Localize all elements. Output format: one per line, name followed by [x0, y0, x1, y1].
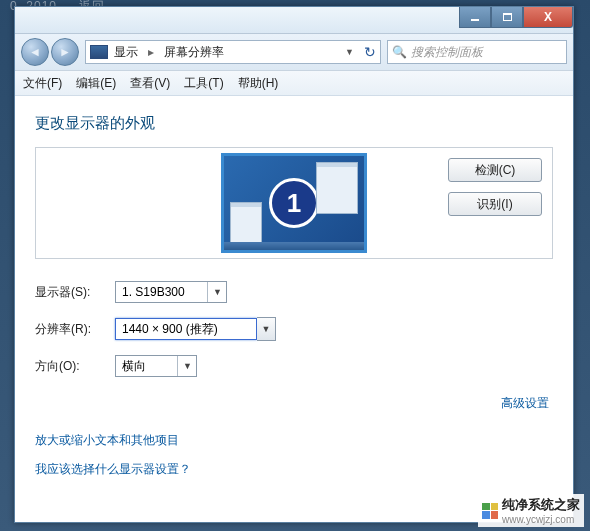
search-icon: 🔍	[392, 45, 407, 59]
content-area: 更改显示器的外观 1 检测(C) 识别(I) 显示器(S): 1. S19B30…	[15, 96, 573, 500]
breadcrumb-resolution[interactable]: 屏幕分辨率	[164, 44, 224, 61]
menu-edit[interactable]: 编辑(E)	[76, 75, 116, 92]
menu-bar: 文件(F) 编辑(E) 查看(V) 工具(T) 帮助(H)	[15, 71, 573, 96]
watermark-logo-icon	[482, 503, 498, 519]
address-box[interactable]: 显示 ▸ 屏幕分辨率 ▼ ↻	[85, 40, 381, 64]
minimize-button[interactable]	[459, 7, 491, 28]
page-title: 更改显示器的外观	[35, 114, 553, 133]
orientation-value: 横向	[122, 358, 171, 375]
monitor-preview[interactable]: 1	[221, 153, 367, 253]
menu-file[interactable]: 文件(F)	[23, 75, 62, 92]
monitor-label: 显示器(S):	[35, 284, 115, 301]
watermark-text: 纯净系统之家	[502, 496, 580, 514]
menu-tools[interactable]: 工具(T)	[184, 75, 223, 92]
address-dropdown-icon[interactable]: ▼	[345, 47, 354, 57]
advanced-settings-link[interactable]: 高级设置	[501, 396, 549, 410]
which-monitor-link[interactable]: 我应该选择什么显示器设置？	[35, 462, 191, 476]
display-preview-box: 1 检测(C) 识别(I)	[35, 147, 553, 259]
menu-view[interactable]: 查看(V)	[130, 75, 170, 92]
resolution-dropdown[interactable]: 1440 × 900 (推荐)	[115, 318, 257, 340]
search-placeholder: 搜索控制面板	[411, 44, 483, 61]
forward-button[interactable]: ►	[51, 38, 79, 66]
maximize-button[interactable]	[491, 7, 523, 28]
mini-window-icon	[230, 202, 262, 244]
watermark: 纯净系统之家 www.ycwjzj.com	[478, 494, 584, 527]
control-panel-window: X ◄ ► 显示 ▸ 屏幕分辨率 ▼ ↻ 🔍 搜索控制面板 文件(F)	[14, 6, 574, 523]
monitor-value: 1. S19B300	[122, 285, 201, 299]
identify-button[interactable]: 识别(I)	[448, 192, 542, 216]
close-button[interactable]: X	[523, 7, 573, 28]
mini-taskbar-icon	[224, 242, 364, 250]
text-size-link[interactable]: 放大或缩小文本和其他项目	[35, 433, 179, 447]
chevron-down-icon: ▼	[177, 356, 192, 376]
monitor-number-badge: 1	[269, 178, 319, 228]
orientation-label: 方向(O):	[35, 358, 115, 375]
chevron-down-icon: ▼	[262, 324, 271, 334]
search-input[interactable]: 🔍 搜索控制面板	[387, 40, 567, 64]
breadcrumb-display[interactable]: 显示	[114, 44, 138, 61]
breadcrumb-sep-icon: ▸	[148, 45, 154, 59]
back-button[interactable]: ◄	[21, 38, 49, 66]
titlebar: X	[15, 7, 573, 34]
chevron-down-icon: ▼	[207, 282, 222, 302]
mini-window-icon	[316, 162, 358, 214]
monitor-dropdown[interactable]: 1. S19B300 ▼	[115, 281, 227, 303]
menu-help[interactable]: 帮助(H)	[238, 75, 279, 92]
address-bar-row: ◄ ► 显示 ▸ 屏幕分辨率 ▼ ↻ 🔍 搜索控制面板	[15, 34, 573, 71]
refresh-icon[interactable]: ↻	[364, 44, 376, 60]
resolution-value: 1440 × 900 (推荐)	[122, 321, 252, 338]
display-icon	[90, 45, 108, 59]
watermark-url: www.ycwjzj.com	[502, 514, 580, 525]
detect-button[interactable]: 检测(C)	[448, 158, 542, 182]
orientation-dropdown[interactable]: 横向 ▼	[115, 355, 197, 377]
resolution-label: 分辨率(R):	[35, 321, 115, 338]
resolution-dropdown-button[interactable]: ▼	[257, 317, 276, 341]
